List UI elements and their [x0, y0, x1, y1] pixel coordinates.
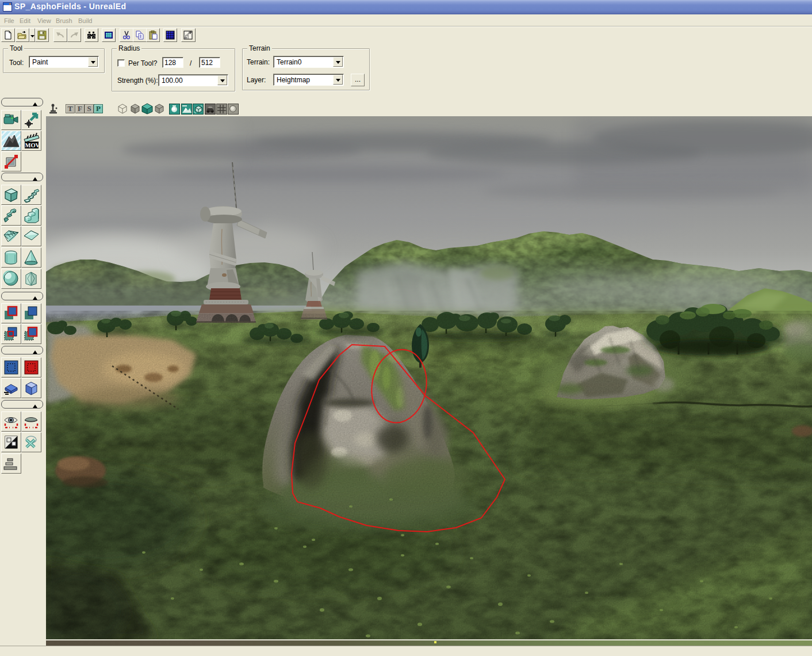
- svg-text:MOV: MOV: [25, 142, 40, 148]
